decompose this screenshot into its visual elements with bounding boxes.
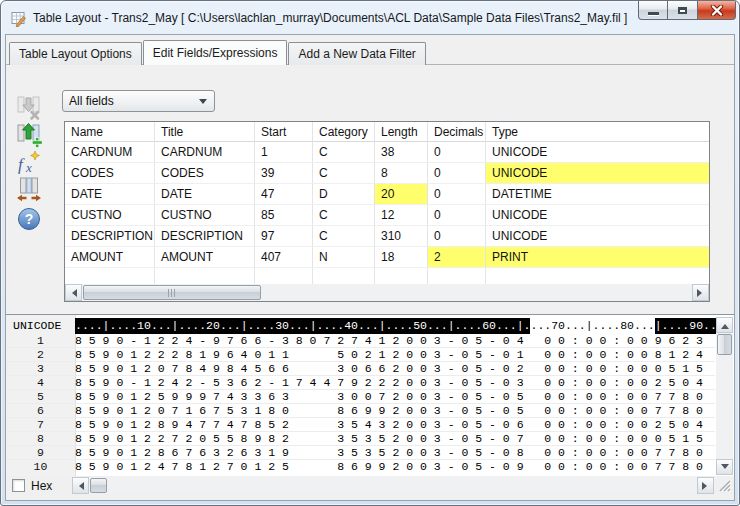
cell-type[interactable]: UNICODE	[486, 205, 709, 225]
cell-title[interactable]: CARDNUM	[155, 142, 255, 162]
column-header-decimals[interactable]: Decimals	[428, 122, 486, 142]
cell-title[interactable]: DESCRIPTION	[155, 226, 255, 246]
fields-table-hscrollbar[interactable]	[65, 284, 709, 301]
column-header-name[interactable]: Name	[65, 122, 155, 142]
cell-title[interactable]: DATE	[155, 184, 255, 204]
cell-decimals[interactable]: 0	[428, 226, 486, 246]
cell-type[interactable]: UNICODE	[486, 142, 709, 162]
table-row[interactable]: CARDNUM CARDNUM 1 C 38 0 UNICODE	[65, 142, 709, 163]
column-header-title[interactable]: Title	[155, 122, 255, 142]
restore-button[interactable]	[668, 1, 698, 20]
scroll-up-button[interactable]	[716, 317, 733, 333]
edit-expression-button[interactable]: f x	[14, 149, 44, 176]
column-header-category[interactable]: Category	[313, 122, 375, 142]
column-header-type[interactable]: Type	[486, 122, 709, 142]
delete-field-button[interactable]	[14, 94, 44, 121]
cell-length[interactable]: 18	[375, 247, 428, 267]
cell-name[interactable]: DATE	[65, 184, 155, 204]
cell-start[interactable]: 85	[255, 205, 313, 225]
cell-category[interactable]: D	[313, 184, 375, 204]
shift-field-button[interactable]	[14, 176, 44, 203]
cell-length[interactable]: 310	[375, 226, 428, 246]
hex-checkbox[interactable]	[12, 479, 25, 492]
cell-decimals[interactable]: 0	[428, 184, 486, 204]
add-field-button[interactable]	[14, 121, 44, 148]
scroll-right-button[interactable]	[692, 284, 709, 301]
cell-start[interactable]: 1	[255, 142, 313, 162]
row-number: 7	[6, 418, 75, 431]
close-button[interactable]	[698, 1, 736, 20]
title-bar[interactable]: Table Layout - Trans2_May [ C:\Users\lac…	[1, 1, 739, 34]
thumb-grip-icon	[168, 289, 177, 297]
preview-row[interactable]: 28590122281964011 50212003-05-01 00:00:0…	[6, 348, 715, 362]
cell-length[interactable]: 20	[375, 184, 428, 204]
cell-decimals[interactable]: 2	[428, 247, 486, 267]
help-button[interactable]: ?	[14, 205, 44, 232]
preview-row[interactable]: 48590-1242-5362-174479222003-05-03 00:00…	[6, 376, 715, 390]
scroll-right-button[interactable]	[697, 477, 714, 494]
cell-name[interactable]: CARDNUM	[65, 142, 155, 162]
cell-title[interactable]: CODES	[155, 163, 255, 183]
cell-type[interactable]: PRINT	[486, 247, 709, 267]
scroll-left-button[interactable]	[72, 477, 89, 494]
table-row[interactable]: AMOUNT AMOUNT 407 N 18 2 PRINT	[65, 247, 709, 268]
preview-row[interactable]: 58590125999743363 30072003-05-05 00:00:0…	[6, 390, 715, 404]
table-row[interactable]: CUSTNO CUSTNO 85 C 12 0 UNICODE	[65, 205, 709, 226]
field-filter-combobox[interactable]: All fields	[62, 90, 215, 112]
cell-start[interactable]: 47	[255, 184, 313, 204]
cell-length[interactable]: 12	[375, 205, 428, 225]
table-row[interactable]: DATE DATE 47 D 20 0 DATETIME	[65, 184, 709, 205]
cell-category[interactable]: C	[313, 163, 375, 183]
cell-name[interactable]: CUSTNO	[65, 205, 155, 225]
cell-type[interactable]: UNICODE	[486, 226, 709, 246]
cell-category[interactable]: C	[313, 226, 375, 246]
cell-name[interactable]: CODES	[65, 163, 155, 183]
tab-edit-fields-expressions[interactable]: Edit Fields/Expressions	[143, 40, 288, 65]
tab-bar: Table Layout Options Edit Fields/Express…	[9, 40, 427, 65]
preview-row[interactable]: 88590122720558982 35352003-05-07 00:00:0…	[6, 432, 715, 446]
row-number: 6	[6, 404, 75, 417]
cell-name[interactable]: AMOUNT	[65, 247, 155, 267]
preview-row[interactable]: 108590124781270125 86992003-05-09 00:00:…	[6, 460, 715, 473]
cell-length[interactable]: 8	[375, 163, 428, 183]
cell-category[interactable]: N	[313, 247, 375, 267]
preview-vscrollbar[interactable]	[716, 317, 733, 475]
preview-row[interactable]: 18590-1224-9766-380727412003-05-04 00:00…	[6, 334, 715, 348]
cell-category[interactable]: C	[313, 142, 375, 162]
cell-start[interactable]: 97	[255, 226, 313, 246]
preview-row[interactable]: 38590120784984566 30662003-05-02 00:00:0…	[6, 362, 715, 376]
preview-hscrollbar[interactable]	[72, 477, 714, 494]
cell-type[interactable]: UNICODE	[486, 163, 709, 183]
cell-type[interactable]: DATETIME	[486, 184, 709, 204]
table-row[interactable]: CODES CODES 39 C 8 0 UNICODE	[65, 163, 709, 184]
table-layout-icon	[11, 11, 27, 27]
row-number: 2	[6, 348, 75, 361]
cell-length[interactable]: 38	[375, 142, 428, 162]
column-header-length[interactable]: Length	[375, 122, 428, 142]
tab-table-layout-options[interactable]: Table Layout Options	[9, 42, 142, 65]
ruler-segment-defined: ....|....10...|....20...|....30...|....4…	[75, 318, 530, 334]
hscroll-thumb[interactable]	[90, 478, 107, 493]
preview-row[interactable]: 68590120716753180 86992003-05-05 00:00:0…	[6, 404, 715, 418]
tab-add-new-data-filter[interactable]: Add a New Data Filter	[288, 42, 425, 65]
cell-name[interactable]: DESCRIPTION	[65, 226, 155, 246]
scroll-down-button[interactable]	[716, 459, 733, 475]
cell-category[interactable]: C	[313, 205, 375, 225]
cell-decimals[interactable]: 0	[428, 205, 486, 225]
column-header-start[interactable]: Start	[255, 122, 313, 142]
vscroll-thumb[interactable]	[717, 334, 732, 355]
cell-title[interactable]: CUSTNO	[155, 205, 255, 225]
cell-start[interactable]: 39	[255, 163, 313, 183]
resize-grip-icon[interactable]	[718, 479, 732, 497]
cell-start[interactable]: 407	[255, 247, 313, 267]
cell-title[interactable]: AMOUNT	[155, 247, 255, 267]
hscroll-thumb[interactable]	[83, 285, 261, 300]
preview-row[interactable]: 78590128947747852 35432003-05-06 00:00:0…	[6, 418, 715, 432]
preview-row[interactable]: 98590128676326319 35352003-05-08 00:00:0…	[6, 446, 715, 460]
minimize-button[interactable]	[638, 1, 668, 20]
cell-decimals[interactable]: 0	[428, 142, 486, 162]
scroll-left-button[interactable]	[65, 284, 82, 301]
client-area: Table Layout Options Edit Fields/Express…	[5, 34, 735, 501]
table-row[interactable]: DESCRIPTION DESCRIPTION 97 C 310 0 UNICO…	[65, 226, 709, 247]
cell-decimals[interactable]: 0	[428, 163, 486, 183]
